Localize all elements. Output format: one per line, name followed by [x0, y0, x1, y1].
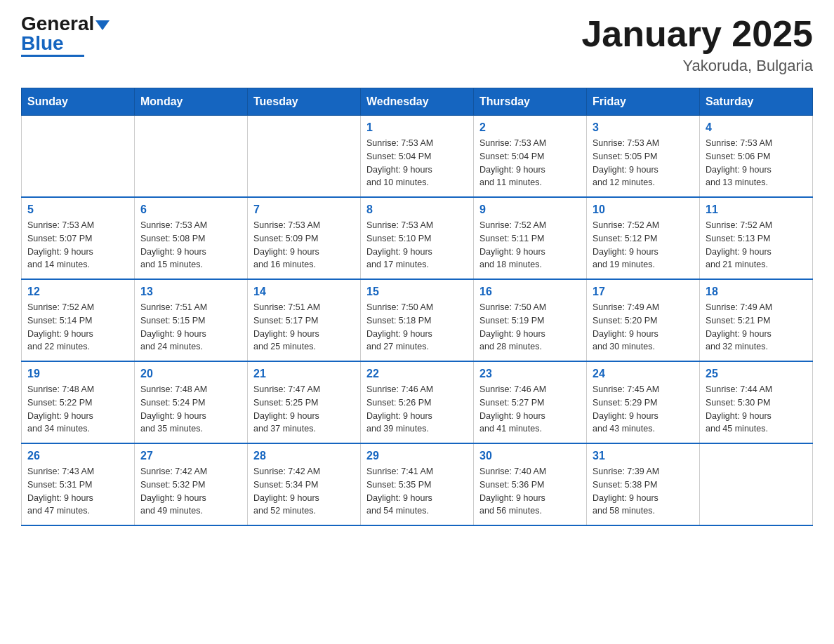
- calendar-cell: 30Sunrise: 7:40 AMSunset: 5:36 PMDayligh…: [474, 443, 587, 525]
- logo-underline: [21, 55, 84, 57]
- day-number: 24: [593, 368, 694, 380]
- calendar-cell: 20Sunrise: 7:48 AMSunset: 5:24 PMDayligh…: [135, 361, 248, 443]
- day-number: 15: [366, 286, 468, 298]
- day-number: 31: [593, 450, 694, 462]
- logo-triangle-icon: [95, 20, 110, 30]
- calendar-week-row: 19Sunrise: 7:48 AMSunset: 5:22 PMDayligh…: [22, 361, 813, 443]
- day-number: 23: [479, 368, 581, 380]
- day-number: 17: [593, 286, 694, 298]
- calendar-cell: 2Sunrise: 7:53 AMSunset: 5:04 PMDaylight…: [474, 116, 587, 198]
- calendar-cell: 14Sunrise: 7:51 AMSunset: 5:17 PMDayligh…: [248, 279, 361, 361]
- day-number: 4: [706, 121, 807, 134]
- day-info: Sunrise: 7:46 AMSunset: 5:27 PMDaylight:…: [479, 383, 581, 436]
- day-number: 30: [479, 450, 581, 462]
- calendar-cell: 10Sunrise: 7:52 AMSunset: 5:12 PMDayligh…: [587, 197, 700, 279]
- page-subtitle: Yakoruda, Bulgaria: [581, 57, 813, 75]
- calendar-week-row: 12Sunrise: 7:52 AMSunset: 5:14 PMDayligh…: [22, 279, 813, 361]
- calendar-cell: 27Sunrise: 7:42 AMSunset: 5:32 PMDayligh…: [135, 443, 248, 525]
- calendar-cell: 23Sunrise: 7:46 AMSunset: 5:27 PMDayligh…: [474, 361, 587, 443]
- day-info: Sunrise: 7:45 AMSunset: 5:29 PMDaylight:…: [593, 383, 694, 436]
- day-info: Sunrise: 7:40 AMSunset: 5:36 PMDaylight:…: [479, 465, 581, 518]
- day-info: Sunrise: 7:46 AMSunset: 5:26 PMDaylight:…: [366, 383, 468, 436]
- day-info: Sunrise: 7:48 AMSunset: 5:24 PMDaylight:…: [140, 383, 241, 436]
- day-info: Sunrise: 7:52 AMSunset: 5:11 PMDaylight:…: [479, 219, 581, 271]
- logo: General Blue: [21, 14, 110, 57]
- calendar-cell: 31Sunrise: 7:39 AMSunset: 5:38 PMDayligh…: [587, 443, 700, 525]
- page-title: January 2025: [581, 14, 813, 54]
- day-info: Sunrise: 7:49 AMSunset: 5:21 PMDaylight:…: [706, 301, 807, 354]
- day-number: 26: [27, 450, 128, 462]
- day-info: Sunrise: 7:53 AMSunset: 5:06 PMDaylight:…: [706, 137, 807, 189]
- logo-blue: Blue: [21, 32, 64, 54]
- day-info: Sunrise: 7:49 AMSunset: 5:20 PMDaylight:…: [593, 301, 694, 354]
- day-info: Sunrise: 7:44 AMSunset: 5:30 PMDaylight:…: [706, 383, 807, 436]
- day-number: 20: [140, 368, 241, 380]
- day-info: Sunrise: 7:42 AMSunset: 5:34 PMDaylight:…: [253, 465, 355, 518]
- day-number: 9: [479, 203, 581, 216]
- day-info: Sunrise: 7:41 AMSunset: 5:35 PMDaylight:…: [366, 465, 468, 518]
- day-number: 6: [140, 203, 241, 216]
- calendar-day-header: Saturday: [700, 88, 813, 116]
- page-header: General Blue January 2025 Yakoruda, Bulg…: [21, 14, 813, 75]
- title-area: January 2025 Yakoruda, Bulgaria: [581, 14, 813, 75]
- logo-text: General Blue: [21, 14, 110, 53]
- calendar-table: SundayMondayTuesdayWednesdayThursdayFrid…: [21, 88, 813, 526]
- calendar-day-header: Wednesday: [361, 88, 474, 116]
- calendar-cell: [248, 116, 361, 198]
- day-number: 11: [706, 203, 807, 216]
- calendar-cell: 22Sunrise: 7:46 AMSunset: 5:26 PMDayligh…: [361, 361, 474, 443]
- day-number: 13: [140, 286, 241, 298]
- day-info: Sunrise: 7:43 AMSunset: 5:31 PMDaylight:…: [27, 465, 128, 518]
- calendar-cell: 21Sunrise: 7:47 AMSunset: 5:25 PMDayligh…: [248, 361, 361, 443]
- day-number: 10: [593, 203, 694, 216]
- calendar-cell: 1Sunrise: 7:53 AMSunset: 5:04 PMDaylight…: [361, 116, 474, 198]
- day-number: 27: [140, 450, 241, 462]
- calendar-cell: 8Sunrise: 7:53 AMSunset: 5:10 PMDaylight…: [361, 197, 474, 279]
- calendar-cell: 29Sunrise: 7:41 AMSunset: 5:35 PMDayligh…: [361, 443, 474, 525]
- calendar-day-header: Monday: [135, 88, 248, 116]
- calendar-cell: 25Sunrise: 7:44 AMSunset: 5:30 PMDayligh…: [700, 361, 813, 443]
- calendar-day-header: Thursday: [474, 88, 587, 116]
- calendar-cell: 24Sunrise: 7:45 AMSunset: 5:29 PMDayligh…: [587, 361, 700, 443]
- day-number: 19: [27, 368, 128, 380]
- calendar-cell: 7Sunrise: 7:53 AMSunset: 5:09 PMDaylight…: [248, 197, 361, 279]
- day-info: Sunrise: 7:50 AMSunset: 5:18 PMDaylight:…: [366, 301, 468, 354]
- day-number: 1: [366, 121, 468, 134]
- day-info: Sunrise: 7:52 AMSunset: 5:13 PMDaylight:…: [706, 219, 807, 271]
- day-number: 7: [253, 203, 355, 216]
- day-info: Sunrise: 7:48 AMSunset: 5:22 PMDaylight:…: [27, 383, 128, 436]
- calendar-cell: 26Sunrise: 7:43 AMSunset: 5:31 PMDayligh…: [22, 443, 135, 525]
- calendar-cell: [700, 443, 813, 525]
- day-number: 28: [253, 450, 355, 462]
- calendar-cell: [22, 116, 135, 198]
- day-number: 5: [27, 203, 128, 216]
- day-info: Sunrise: 7:53 AMSunset: 5:05 PMDaylight:…: [593, 137, 694, 189]
- day-info: Sunrise: 7:42 AMSunset: 5:32 PMDaylight:…: [140, 465, 241, 518]
- day-info: Sunrise: 7:53 AMSunset: 5:10 PMDaylight:…: [366, 219, 468, 271]
- calendar-week-row: 1Sunrise: 7:53 AMSunset: 5:04 PMDaylight…: [22, 116, 813, 198]
- day-number: 22: [366, 368, 468, 380]
- day-number: 21: [253, 368, 355, 380]
- day-info: Sunrise: 7:53 AMSunset: 5:09 PMDaylight:…: [253, 219, 355, 271]
- day-info: Sunrise: 7:52 AMSunset: 5:14 PMDaylight:…: [27, 301, 128, 354]
- day-number: 14: [253, 286, 355, 298]
- calendar-header-row: SundayMondayTuesdayWednesdayThursdayFrid…: [22, 88, 813, 116]
- day-info: Sunrise: 7:53 AMSunset: 5:08 PMDaylight:…: [140, 219, 241, 271]
- calendar-day-header: Tuesday: [248, 88, 361, 116]
- calendar-cell: 3Sunrise: 7:53 AMSunset: 5:05 PMDaylight…: [587, 116, 700, 198]
- day-number: 2: [479, 121, 581, 134]
- calendar-cell: 12Sunrise: 7:52 AMSunset: 5:14 PMDayligh…: [22, 279, 135, 361]
- day-info: Sunrise: 7:47 AMSunset: 5:25 PMDaylight:…: [253, 383, 355, 436]
- day-info: Sunrise: 7:53 AMSunset: 5:04 PMDaylight:…: [366, 137, 468, 189]
- calendar-week-row: 26Sunrise: 7:43 AMSunset: 5:31 PMDayligh…: [22, 443, 813, 525]
- calendar-cell: 28Sunrise: 7:42 AMSunset: 5:34 PMDayligh…: [248, 443, 361, 525]
- day-info: Sunrise: 7:52 AMSunset: 5:12 PMDaylight:…: [593, 219, 694, 271]
- day-number: 3: [593, 121, 694, 134]
- calendar-cell: 5Sunrise: 7:53 AMSunset: 5:07 PMDaylight…: [22, 197, 135, 279]
- logo-general: General: [21, 13, 94, 34]
- day-info: Sunrise: 7:50 AMSunset: 5:19 PMDaylight:…: [479, 301, 581, 354]
- day-number: 12: [27, 286, 128, 298]
- calendar-cell: 16Sunrise: 7:50 AMSunset: 5:19 PMDayligh…: [474, 279, 587, 361]
- calendar-cell: 19Sunrise: 7:48 AMSunset: 5:22 PMDayligh…: [22, 361, 135, 443]
- calendar-cell: 11Sunrise: 7:52 AMSunset: 5:13 PMDayligh…: [700, 197, 813, 279]
